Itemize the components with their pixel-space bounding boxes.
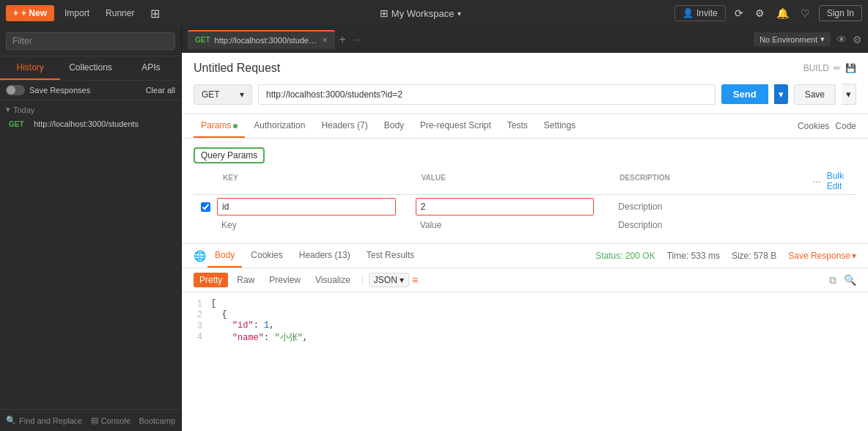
params-dot bbox=[233, 124, 238, 128]
heart-icon[interactable]: ♡ bbox=[798, 4, 813, 22]
checkbox-col-header bbox=[194, 171, 217, 191]
req-tab-tests[interactable]: Tests bbox=[500, 114, 535, 138]
import-button[interactable]: Import bbox=[59, 5, 95, 21]
copy-icon[interactable]: ⧉ bbox=[829, 274, 836, 287]
sidebar-history-section: ▾ Today GET http://localhost:3000/studen… bbox=[0, 100, 181, 135]
empty-value-cell bbox=[416, 217, 614, 233]
format-visualize-button[interactable]: Visualize bbox=[309, 273, 356, 287]
query-params-label: Query Params bbox=[201, 150, 257, 161]
signin-button[interactable]: Sign In bbox=[819, 5, 862, 21]
empty-key-input[interactable] bbox=[217, 217, 396, 233]
env-icon-area: 👁 ⚙ bbox=[836, 34, 862, 45]
bulk-edit-button[interactable]: Bulk Edit bbox=[827, 171, 850, 191]
invite-button[interactable]: 👤 Invite bbox=[674, 5, 726, 21]
req-tab-params[interactable]: Params bbox=[194, 114, 245, 138]
req-tab-pre-request[interactable]: Pre-request Script bbox=[413, 114, 499, 138]
build-text: BUILD bbox=[803, 63, 829, 73]
tab-url: http://localhost:3000/students?... bbox=[215, 36, 317, 45]
globe-icon[interactable]: 🌐 bbox=[194, 250, 206, 262]
method-select[interactable]: GET ▾ bbox=[194, 84, 252, 105]
new-label: + New bbox=[21, 8, 47, 18]
request-tab[interactable]: GET http://localhost:3000/students?... ✕ bbox=[188, 30, 335, 49]
send-dropdown-button[interactable]: ▾ bbox=[774, 84, 788, 104]
bootcamp-button[interactable]: Bootcamp bbox=[139, 416, 175, 425]
history-item[interactable]: GET http://localhost:3000/students bbox=[6, 117, 175, 130]
section-title-text: Today bbox=[13, 106, 34, 114]
eye-icon[interactable]: 👁 bbox=[836, 34, 847, 45]
tab-collections[interactable]: Collections bbox=[60, 56, 120, 80]
req-tab-body[interactable]: Body bbox=[377, 114, 411, 138]
format-icon[interactable]: ≡ bbox=[412, 274, 418, 286]
sliders-icon[interactable]: ⚙ bbox=[853, 34, 862, 45]
settings-icon[interactable]: ⚙ bbox=[752, 4, 768, 22]
sidebar: History Collections APIs Save Responses … bbox=[0, 26, 182, 431]
req-tab-headers[interactable]: Headers (7) bbox=[314, 114, 375, 138]
workspace-selector[interactable]: ⊞ My Workspace ▾ bbox=[380, 7, 461, 19]
tab-history[interactable]: History bbox=[0, 56, 60, 80]
new-button[interactable]: + + New bbox=[6, 5, 54, 21]
url-input[interactable] bbox=[258, 84, 716, 105]
line-content-2: { bbox=[211, 309, 227, 320]
search-icon: 🔍 bbox=[6, 416, 16, 425]
line-number-3: 3 bbox=[182, 320, 211, 331]
resp-tab-headers[interactable]: Headers (13) bbox=[292, 244, 358, 268]
tab-apis[interactable]: APIs bbox=[121, 56, 181, 80]
sidebar-controls: Save Responses Clear all bbox=[0, 81, 181, 100]
save-responses-toggle[interactable]: Save Responses bbox=[6, 85, 90, 95]
resp-tab-body[interactable]: Body bbox=[207, 244, 242, 268]
filter-input[interactable] bbox=[6, 32, 175, 50]
req-tab-settings[interactable]: Settings bbox=[537, 114, 583, 138]
save-button[interactable]: Save bbox=[794, 84, 836, 105]
send-button[interactable]: Send bbox=[721, 84, 768, 104]
resp-tab-cookies[interactable]: Cookies bbox=[243, 244, 290, 268]
format-raw-button[interactable]: Raw bbox=[231, 273, 260, 287]
layout-button[interactable]: ⊞ bbox=[144, 4, 166, 23]
row-checkbox-cell bbox=[194, 202, 217, 212]
key-input[interactable] bbox=[217, 198, 396, 216]
json-chevron-icon: ▾ bbox=[400, 275, 404, 285]
runner-button[interactable]: Runner bbox=[100, 5, 140, 21]
sidebar-search-area bbox=[0, 26, 181, 56]
more-tabs-button[interactable]: ··· bbox=[350, 34, 364, 45]
sidebar-section-title: ▾ Today bbox=[6, 105, 175, 114]
console-button[interactable]: ▤ Console bbox=[91, 416, 130, 425]
code-line-2: 2 { bbox=[182, 309, 868, 320]
key-cell bbox=[217, 198, 416, 216]
sync-icon[interactable]: ⟳ bbox=[732, 4, 746, 22]
value-input[interactable] bbox=[416, 198, 595, 216]
req-tab-authorization[interactable]: Authorization bbox=[246, 114, 312, 138]
add-tab-button[interactable]: + bbox=[335, 33, 350, 46]
response-body: 1 [ 2 { 3 "id": 1, 4 "name": "小张", bbox=[182, 292, 868, 431]
format-preview-button[interactable]: Preview bbox=[263, 273, 306, 287]
save-dropdown-button[interactable]: ▾ bbox=[842, 84, 856, 105]
resp-tab-test-results[interactable]: Test Results bbox=[359, 244, 422, 268]
row-checkbox[interactable] bbox=[201, 202, 210, 212]
value-col-header: VALUE bbox=[416, 171, 614, 191]
environment-selector[interactable]: No Environment ▾ bbox=[754, 32, 831, 46]
cookies-link[interactable]: Cookies bbox=[798, 121, 829, 131]
search-response-icon[interactable]: 🔍 bbox=[844, 274, 856, 287]
notification-icon[interactable]: 🔔 bbox=[773, 4, 792, 22]
json-format-select[interactable]: JSON ▾ bbox=[369, 273, 409, 287]
console-label: Console bbox=[101, 416, 130, 425]
topbar-center: ⊞ My Workspace ▾ bbox=[170, 7, 670, 19]
response-code-block: 1 [ 2 { 3 "id": 1, 4 "name": "小张", bbox=[182, 292, 868, 350]
desc-cell bbox=[614, 199, 812, 215]
edit-icon[interactable]: ✏ bbox=[834, 63, 841, 73]
method-badge: GET bbox=[9, 120, 29, 128]
toggle-switch[interactable] bbox=[6, 85, 25, 95]
tab-close-icon[interactable]: ✕ bbox=[322, 36, 328, 44]
code-link[interactable]: Code bbox=[835, 121, 856, 131]
params-table-header: KEY VALUE DESCRIPTION ··· Bulk Edit bbox=[194, 171, 856, 195]
find-replace-button[interactable]: 🔍 Find and Replace bbox=[6, 416, 82, 425]
params-table: KEY VALUE DESCRIPTION ··· Bulk Edit bbox=[194, 171, 856, 233]
params-more-icon[interactable]: ··· bbox=[812, 175, 821, 187]
code-line-3: 3 "id": 1, bbox=[182, 320, 868, 331]
empty-value-input[interactable] bbox=[416, 217, 595, 233]
format-pretty-button[interactable]: Pretty bbox=[194, 273, 228, 287]
save-response-button[interactable]: Save Response ▾ bbox=[788, 251, 856, 261]
empty-desc-input[interactable] bbox=[614, 217, 792, 233]
desc-input[interactable] bbox=[614, 199, 792, 215]
save-icon[interactable]: 💾 bbox=[845, 63, 856, 73]
clear-all-button[interactable]: Clear all bbox=[146, 86, 175, 95]
